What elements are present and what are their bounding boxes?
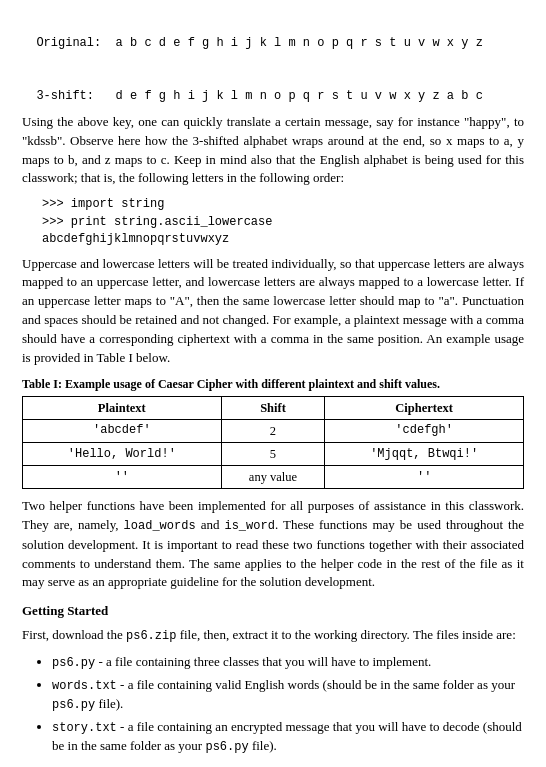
table-cell-plaintext-3: '' xyxy=(23,466,222,489)
list-item-wordstxt-text: - a file containing valid English words … xyxy=(117,677,515,692)
list-item-storytxt-text2: file). xyxy=(249,738,277,753)
caesar-cipher-table: Plaintext Shift Ciphertext 'abcdef' 2 'c… xyxy=(22,396,524,490)
code-wordstxt: words.txt xyxy=(52,679,117,693)
paragraph-getting-started: First, download the ps6.zip file, then, … xyxy=(22,626,524,645)
table-cell-plaintext-1: 'abcdef' xyxy=(23,420,222,443)
col-header-shift: Shift xyxy=(221,396,325,419)
table-caption: Table I: Example usage of Caesar Cipher … xyxy=(22,376,524,393)
list-item-wordstxt-text2: file). xyxy=(95,696,123,711)
table-cell-ciphertext-1: 'cdefgh' xyxy=(325,420,524,443)
key-table: Original: a b c d e f g h i j k l m n o … xyxy=(22,18,524,105)
code-block-1: >>> import string >>> print string.ascii… xyxy=(42,196,524,248)
table-row: 'Hello, World!' 5 'Mjqqt, Btwqi!' xyxy=(23,443,524,466)
table-cell-shift-3: any value xyxy=(221,466,325,489)
code-line-3: abcdefghijklmnopqrstuvwxyz xyxy=(42,232,229,246)
code-ps6py-1: ps6.py xyxy=(52,656,95,670)
list-item-ps6py-text: - a file containing three classes that y… xyxy=(95,654,431,669)
key-line1: Original: a b c d e f g h i j k l m n o … xyxy=(36,36,482,50)
heading-getting-started: Getting Started xyxy=(22,602,524,621)
list-item-ps6py: ps6.py - a file containing three classes… xyxy=(52,653,524,672)
table-row: 'abcdef' 2 'cdefgh' xyxy=(23,420,524,443)
code-line-1: >>> import string xyxy=(42,197,164,211)
table-row: '' any value '' xyxy=(23,466,524,489)
inline-code-load-words: load_words xyxy=(124,519,196,533)
table-cell-shift-1: 2 xyxy=(221,420,325,443)
paragraph-3: Two helper functions have been implement… xyxy=(22,497,524,592)
inline-code-ps6zip: ps6.zip xyxy=(126,629,176,643)
table-cell-shift-2: 5 xyxy=(221,443,325,466)
paragraph-2: Uppercase and lowercase letters will be … xyxy=(22,255,524,368)
table-cell-ciphertext-2: 'Mjqqt, Btwqi!' xyxy=(325,443,524,466)
code-ps6py-3: ps6.py xyxy=(205,740,248,754)
table-cell-plaintext-2: 'Hello, World!' xyxy=(23,443,222,466)
col-header-ciphertext: Ciphertext xyxy=(325,396,524,419)
key-line2: 3-shift: d e f g h i j k l m n o p q r s… xyxy=(36,89,482,103)
inline-code-is-word: is_word xyxy=(224,519,274,533)
files-list: ps6.py - a file containing three classes… xyxy=(52,653,524,756)
table-cell-ciphertext-3: '' xyxy=(325,466,524,489)
paragraph-1: Using the above key, one can quickly tra… xyxy=(22,113,524,188)
code-storytxt: story.txt xyxy=(52,721,117,735)
list-item-wordstxt: words.txt - a file containing valid Engl… xyxy=(52,676,524,715)
list-item-storytxt-text: - a file containing an encrypted message… xyxy=(52,719,522,753)
col-header-plaintext: Plaintext xyxy=(23,396,222,419)
list-item-storytxt: story.txt - a file containing an encrypt… xyxy=(52,718,524,757)
code-line-2: >>> print string.ascii_lowercase xyxy=(42,215,272,229)
code-ps6py-2: ps6.py xyxy=(52,698,95,712)
